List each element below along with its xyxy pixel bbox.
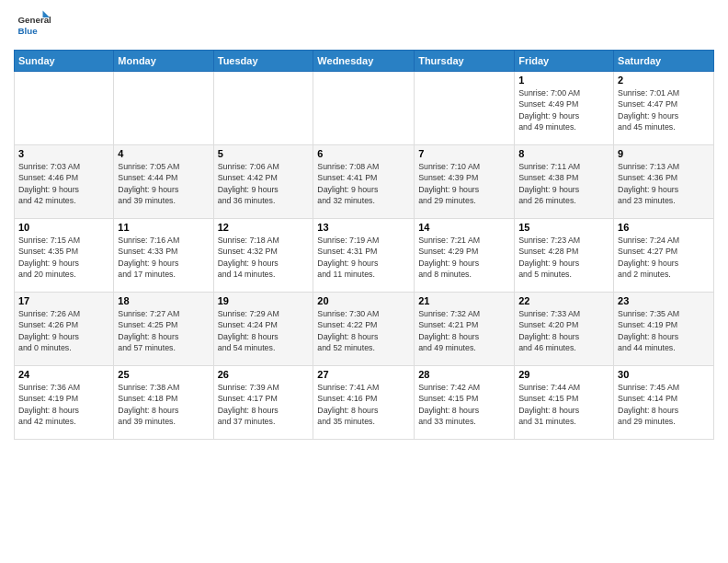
day-number: 28: [418, 369, 510, 380]
day-number: 21: [418, 295, 510, 306]
calendar-day-17: 17Sunrise: 7:26 AM Sunset: 4:26 PM Dayli…: [15, 293, 114, 366]
day-number: 16: [618, 222, 710, 233]
day-number: 6: [317, 148, 410, 159]
day-info: Sunrise: 7:15 AM Sunset: 4:35 PM Dayligh…: [18, 235, 109, 280]
calendar-day-13: 13Sunrise: 7:19 AM Sunset: 4:31 PM Dayli…: [313, 219, 415, 293]
day-info: Sunrise: 7:29 AM Sunset: 4:24 PM Dayligh…: [218, 308, 310, 353]
calendar-header-friday: Friday: [515, 51, 614, 72]
calendar-day-15: 15Sunrise: 7:23 AM Sunset: 4:28 PM Dayli…: [515, 219, 614, 293]
calendar-empty-cell: [15, 72, 114, 145]
calendar-header-row: SundayMondayTuesdayWednesdayThursdayFrid…: [15, 51, 714, 72]
page: General Blue SundayMondayTuesdayWednesda…: [0, 0, 728, 563]
day-info: Sunrise: 7:18 AM Sunset: 4:32 PM Dayligh…: [218, 235, 310, 280]
calendar-day-25: 25Sunrise: 7:38 AM Sunset: 4:18 PM Dayli…: [114, 366, 213, 440]
day-info: Sunrise: 7:00 AM Sunset: 4:49 PM Dayligh…: [518, 87, 609, 132]
calendar-empty-cell: [415, 72, 515, 145]
day-number: 13: [317, 222, 410, 233]
logo-svg: General Blue: [14, 9, 52, 42]
calendar-day-26: 26Sunrise: 7:39 AM Sunset: 4:17 PM Dayli…: [213, 366, 313, 440]
day-number: 24: [18, 369, 109, 380]
day-number: 18: [118, 295, 209, 306]
calendar-day-3: 3Sunrise: 7:03 AM Sunset: 4:46 PM Daylig…: [15, 145, 114, 219]
day-number: 12: [218, 222, 310, 233]
day-info: Sunrise: 7:30 AM Sunset: 4:22 PM Dayligh…: [317, 308, 410, 353]
day-number: 8: [518, 148, 609, 159]
calendar-header-monday: Monday: [114, 51, 213, 72]
calendar-empty-cell: [313, 72, 415, 145]
day-number: 25: [118, 369, 209, 380]
calendar-day-27: 27Sunrise: 7:41 AM Sunset: 4:16 PM Dayli…: [313, 366, 415, 440]
day-info: Sunrise: 7:06 AM Sunset: 4:42 PM Dayligh…: [218, 161, 310, 206]
calendar-week-row: 24Sunrise: 7:36 AM Sunset: 4:19 PM Dayli…: [15, 366, 714, 440]
day-number: 14: [418, 222, 510, 233]
calendar-day-24: 24Sunrise: 7:36 AM Sunset: 4:19 PM Dayli…: [15, 366, 114, 440]
calendar-day-18: 18Sunrise: 7:27 AM Sunset: 4:25 PM Dayli…: [114, 293, 213, 366]
day-number: 2: [618, 75, 710, 86]
day-info: Sunrise: 7:38 AM Sunset: 4:18 PM Dayligh…: [118, 382, 209, 427]
calendar-day-21: 21Sunrise: 7:32 AM Sunset: 4:21 PM Dayli…: [415, 293, 515, 366]
day-info: Sunrise: 7:33 AM Sunset: 4:20 PM Dayligh…: [518, 308, 609, 353]
day-info: Sunrise: 7:24 AM Sunset: 4:27 PM Dayligh…: [618, 235, 710, 280]
day-info: Sunrise: 7:19 AM Sunset: 4:31 PM Dayligh…: [317, 235, 410, 280]
day-number: 10: [18, 222, 109, 233]
calendar-day-10: 10Sunrise: 7:15 AM Sunset: 4:35 PM Dayli…: [15, 219, 114, 293]
day-info: Sunrise: 7:11 AM Sunset: 4:38 PM Dayligh…: [518, 161, 609, 206]
day-number: 22: [518, 295, 609, 306]
calendar-day-20: 20Sunrise: 7:30 AM Sunset: 4:22 PM Dayli…: [313, 293, 415, 366]
day-info: Sunrise: 7:16 AM Sunset: 4:33 PM Dayligh…: [118, 235, 209, 280]
day-info: Sunrise: 7:32 AM Sunset: 4:21 PM Dayligh…: [418, 308, 510, 353]
calendar-day-16: 16Sunrise: 7:24 AM Sunset: 4:27 PM Dayli…: [614, 219, 714, 293]
day-number: 1: [518, 75, 609, 86]
header: General Blue: [14, 9, 714, 42]
day-number: 15: [518, 222, 609, 233]
day-number: 9: [618, 148, 710, 159]
day-number: 20: [317, 295, 410, 306]
day-number: 11: [118, 222, 209, 233]
day-info: Sunrise: 7:08 AM Sunset: 4:41 PM Dayligh…: [317, 161, 410, 206]
calendar-empty-cell: [114, 72, 213, 145]
calendar-empty-cell: [213, 72, 313, 145]
day-info: Sunrise: 7:36 AM Sunset: 4:19 PM Dayligh…: [18, 382, 109, 427]
logo: General Blue: [14, 9, 52, 42]
day-info: Sunrise: 7:13 AM Sunset: 4:36 PM Dayligh…: [618, 161, 710, 206]
calendar-day-9: 9Sunrise: 7:13 AM Sunset: 4:36 PM Daylig…: [614, 145, 714, 219]
day-info: Sunrise: 7:45 AM Sunset: 4:14 PM Dayligh…: [618, 382, 710, 427]
calendar-day-8: 8Sunrise: 7:11 AM Sunset: 4:38 PM Daylig…: [515, 145, 614, 219]
day-info: Sunrise: 7:27 AM Sunset: 4:25 PM Dayligh…: [118, 308, 209, 353]
calendar-day-14: 14Sunrise: 7:21 AM Sunset: 4:29 PM Dayli…: [415, 219, 515, 293]
day-number: 23: [618, 295, 710, 306]
calendar-header-sunday: Sunday: [15, 51, 114, 72]
day-number: 29: [518, 369, 609, 380]
calendar-day-12: 12Sunrise: 7:18 AM Sunset: 4:32 PM Dayli…: [213, 219, 313, 293]
calendar-header-thursday: Thursday: [415, 51, 515, 72]
calendar-day-4: 4Sunrise: 7:05 AM Sunset: 4:44 PM Daylig…: [114, 145, 213, 219]
day-info: Sunrise: 7:35 AM Sunset: 4:19 PM Dayligh…: [618, 308, 710, 353]
day-info: Sunrise: 7:05 AM Sunset: 4:44 PM Dayligh…: [118, 161, 209, 206]
day-number: 3: [18, 148, 109, 159]
calendar-day-7: 7Sunrise: 7:10 AM Sunset: 4:39 PM Daylig…: [415, 145, 515, 219]
day-info: Sunrise: 7:39 AM Sunset: 4:17 PM Dayligh…: [218, 382, 310, 427]
calendar-week-row: 10Sunrise: 7:15 AM Sunset: 4:35 PM Dayli…: [15, 219, 714, 293]
day-info: Sunrise: 7:01 AM Sunset: 4:47 PM Dayligh…: [618, 87, 710, 132]
calendar-header-tuesday: Tuesday: [213, 51, 313, 72]
calendar-day-6: 6Sunrise: 7:08 AM Sunset: 4:41 PM Daylig…: [313, 145, 415, 219]
day-number: 30: [618, 369, 710, 380]
day-number: 17: [18, 295, 109, 306]
calendar-day-23: 23Sunrise: 7:35 AM Sunset: 4:19 PM Dayli…: [614, 293, 714, 366]
calendar-header-wednesday: Wednesday: [313, 51, 415, 72]
day-info: Sunrise: 7:26 AM Sunset: 4:26 PM Dayligh…: [18, 308, 109, 353]
calendar-day-1: 1Sunrise: 7:00 AM Sunset: 4:49 PM Daylig…: [515, 72, 614, 145]
day-info: Sunrise: 7:21 AM Sunset: 4:29 PM Dayligh…: [418, 235, 510, 280]
calendar-header-saturday: Saturday: [614, 51, 714, 72]
calendar-day-29: 29Sunrise: 7:44 AM Sunset: 4:15 PM Dayli…: [515, 366, 614, 440]
calendar-day-28: 28Sunrise: 7:42 AM Sunset: 4:15 PM Dayli…: [415, 366, 515, 440]
calendar-day-19: 19Sunrise: 7:29 AM Sunset: 4:24 PM Dayli…: [213, 293, 313, 366]
calendar-table: SundayMondayTuesdayWednesdayThursdayFrid…: [14, 50, 714, 440]
day-number: 7: [418, 148, 510, 159]
calendar-day-2: 2Sunrise: 7:01 AM Sunset: 4:47 PM Daylig…: [614, 72, 714, 145]
day-info: Sunrise: 7:42 AM Sunset: 4:15 PM Dayligh…: [418, 382, 510, 427]
day-info: Sunrise: 7:03 AM Sunset: 4:46 PM Dayligh…: [18, 161, 109, 206]
calendar-week-row: 3Sunrise: 7:03 AM Sunset: 4:46 PM Daylig…: [15, 145, 714, 219]
day-info: Sunrise: 7:10 AM Sunset: 4:39 PM Dayligh…: [418, 161, 510, 206]
day-number: 19: [218, 295, 310, 306]
